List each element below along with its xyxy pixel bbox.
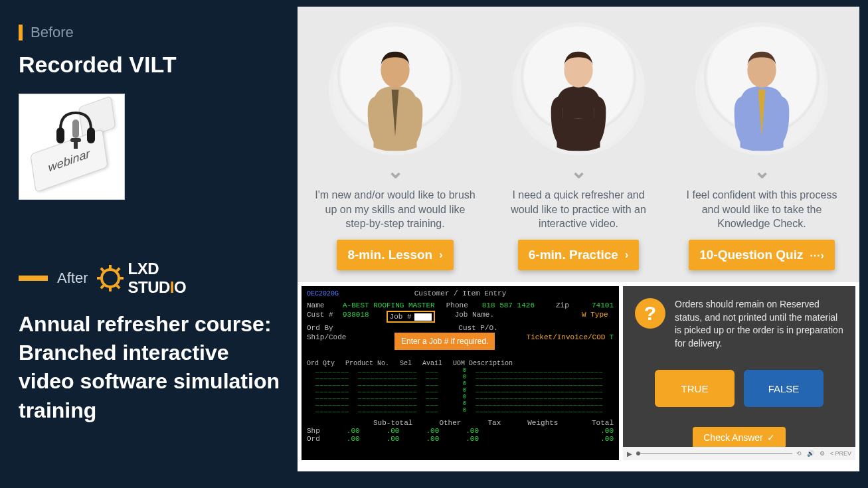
terminal-data-row: ________ ______________ ___ 0 __________… — [307, 380, 614, 387]
scrubber[interactable] — [636, 453, 792, 454]
f-ord-tax: .00 — [426, 435, 439, 443]
after-title: Annual refresher course: Branched intera… — [19, 310, 284, 425]
terminal-data-row: ________ ______________ ___ 0 __________… — [307, 374, 614, 380]
gear-icon — [97, 265, 124, 291]
chevron-down-icon: ⌄ — [312, 159, 478, 183]
persona-area: ⌄ I'm new and/or would like to brush up … — [298, 7, 859, 282]
zip-value: 74101 — [592, 301, 614, 309]
play-icon[interactable]: ▶ — [627, 450, 632, 457]
true-button[interactable]: TRUE — [655, 370, 735, 407]
lxd-wordmark: LXD STUDIO — [128, 260, 186, 297]
headset-mic-icon — [52, 106, 99, 153]
ship-label: Ship/Code — [307, 333, 346, 341]
phone-value: 818 587 1426 — [482, 301, 535, 309]
before-row: Before — [19, 24, 284, 41]
f-shp: Shp — [307, 427, 320, 435]
job-label: Job # — [390, 313, 412, 321]
phone-label: Phone — [446, 301, 478, 309]
svg-rect-7 — [109, 287, 112, 291]
terminal-title: Customer / Item Entry — [307, 289, 614, 297]
terminal-data-row: ________ ______________ ___ 0 __________… — [307, 367, 614, 374]
persona-desc-0: I'm new and/or would like to brush up on… — [312, 188, 478, 232]
svg-rect-9 — [119, 277, 124, 280]
svg-rect-1 — [87, 127, 95, 143]
quiz-buttons: TRUE FALSE — [635, 370, 843, 407]
f-shp-tax: .00 — [426, 427, 439, 435]
settings-icon[interactable]: ⚙ — [820, 450, 825, 457]
before-title: Recorded VILT — [19, 52, 284, 78]
f-subtotal: Sub-total — [373, 419, 412, 427]
wtype-label: W Type — [582, 311, 614, 323]
ticket-label: Ticket/Invoice/COD — [527, 333, 606, 341]
accent-bar2-icon — [19, 276, 48, 281]
custpo-label: Cust P/O. — [458, 324, 497, 332]
persona-button-0[interactable]: 8-min. Lesson › — [337, 240, 453, 270]
name-value: A-BEST ROOFING MASTER — [343, 301, 435, 309]
accent-bar-icon — [19, 25, 23, 41]
col-uom: UOM Description — [453, 360, 513, 367]
persona-2: ⌄ I feel confident with this process and… — [679, 23, 845, 270]
persona-button-1[interactable]: 6-min. Practice › — [518, 240, 640, 270]
col-avail: Avail — [422, 360, 442, 367]
after-row: After LXD STUDIO — [19, 260, 284, 297]
quiz-question: Orders should remain on Reserved status,… — [675, 298, 843, 350]
arrow-right-icon: › — [439, 249, 442, 261]
check-icon: ✓ — [767, 432, 775, 443]
terminal-row-ordby: Ord By Cust P/O. — [307, 324, 614, 332]
col-prod: Product No. — [345, 360, 389, 367]
player-bar: ▶ ⟲ 🔊 ⚙ < PREV — [623, 447, 855, 460]
persona-button-label: 6-min. Practice — [529, 248, 618, 262]
f-shp-oth: .00 — [387, 427, 400, 435]
svg-point-14 — [107, 275, 114, 282]
tooltip: Enter a Job # if required. — [394, 333, 495, 350]
job-input-box[interactable]: Job # — [387, 311, 435, 323]
svg-rect-3 — [70, 138, 81, 142]
svg-rect-6 — [109, 265, 112, 270]
false-button[interactable]: FALSE — [744, 370, 824, 407]
check-answer-button[interactable]: Check Answer ✓ — [693, 427, 785, 448]
persona-button-2[interactable]: 10-Question Quiz ⋯› — [689, 240, 835, 270]
person-icon — [352, 35, 438, 151]
player-controls: ⟲ 🔊 ⚙ < PREV — [796, 450, 851, 457]
ticket-value: T — [609, 333, 614, 341]
persona-avatar-2 — [695, 23, 828, 155]
question-mark-icon: ? — [635, 298, 665, 329]
terminal-row-cust: Cust # 938018 Job # Job Name. W Type — [307, 311, 614, 323]
f-ord-wt: .00 — [466, 435, 479, 443]
webinar-image: webinar — [19, 94, 125, 200]
terminal-simulation: OEC2020G Customer / Item Entry Name A-BE… — [302, 286, 619, 460]
person-icon — [719, 35, 805, 151]
persona-button-label: 10-Question Quiz — [699, 248, 803, 262]
persona-avatar-0 — [329, 23, 462, 155]
right-panel: ⌄ I'm new and/or would like to brush up … — [298, 7, 859, 471]
col-qty: Ord Qty — [307, 360, 335, 367]
persona-avatar-1 — [512, 23, 645, 155]
f-other: Other — [439, 419, 461, 427]
f-total: Total — [592, 419, 614, 427]
volume-icon[interactable]: 🔊 — [807, 450, 814, 457]
persona-desc-2: I feel confident with this process and w… — [679, 188, 845, 232]
f-ord: Ord — [307, 435, 320, 443]
left-panel: Before Recorded VILT webinar After — [19, 24, 284, 425]
after-label: After — [57, 270, 88, 287]
terminal-data-row: ________ ______________ ___ 0 __________… — [307, 387, 614, 394]
terminal-data-row: ________ ______________ ___ 0 __________… — [307, 407, 614, 414]
arrow-right-icon: › — [625, 249, 628, 261]
chevron-down-icon: ⌄ — [495, 159, 661, 183]
svg-rect-8 — [97, 277, 102, 280]
f-shp-sub: .00 — [347, 427, 360, 435]
terminal-data-row: ________ ______________ ___ 0 __________… — [307, 394, 614, 400]
persona-0: ⌄ I'm new and/or would like to brush up … — [312, 23, 478, 270]
f-shp-wt: .00 — [466, 427, 479, 435]
jobname-label: Job Name. — [455, 311, 494, 323]
repeat-icon[interactable]: ⟲ — [796, 450, 802, 457]
terminal-footer: Sub-total Other Tax Weights Total Shp .0… — [307, 419, 614, 443]
quiz-content: ? Orders should remain on Reserved statu… — [635, 298, 843, 350]
persona-button-label: 8-min. Lesson — [347, 248, 432, 262]
svg-rect-2 — [72, 120, 79, 138]
job-input[interactable] — [414, 313, 432, 321]
bottom-row: OEC2020G Customer / Item Entry Name A-BE… — [298, 282, 859, 464]
svg-rect-4 — [74, 142, 78, 149]
terminal-data-row: ________ ______________ ___ 0 __________… — [307, 400, 614, 407]
prev-button[interactable]: < PREV — [830, 450, 851, 457]
